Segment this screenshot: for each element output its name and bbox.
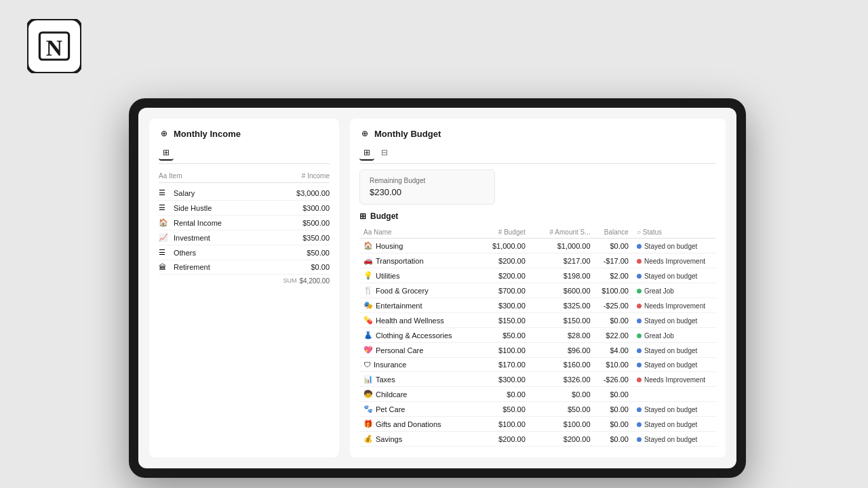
status-dot <box>637 319 642 323</box>
income-col-name: Aa Item <box>159 172 240 180</box>
budget-name-cell: 🎁 Gifts and Donations <box>363 420 460 428</box>
budget-row-budget: $0.00 <box>465 387 530 402</box>
budget-row-status: Needs Improvement <box>633 253 716 268</box>
budget-row-balance: $22.00 <box>595 328 633 343</box>
income-row-icon: 🏠 <box>159 218 171 227</box>
budget-row: 📈 Investment $200.00 $200.00 $0.00 Staye… <box>359 447 716 449</box>
status-text: Great Job <box>644 287 674 295</box>
budget-col-balance: Balance <box>595 226 633 239</box>
budget-row-balance: $0.00 <box>595 239 633 253</box>
income-row-value: $350.00 <box>282 234 330 242</box>
budget-row-name: 🎁 Gifts and Donations <box>359 417 465 432</box>
budget-name-cell: 👗 Clothing & Accessories <box>363 331 460 340</box>
budget-row-icon: 🧒 <box>363 390 373 399</box>
budget-section-icon: ⊞ <box>359 211 366 221</box>
income-sum-label: SUM <box>283 277 297 285</box>
budget-row: 🍴 Food & Grocery $700.00 $600.00 $100.00… <box>359 283 716 298</box>
budget-row-spent: $1,000.00 <box>530 239 595 253</box>
budget-row-budget: $150.00 <box>465 313 530 328</box>
budget-row-icon: 💡 <box>363 271 373 280</box>
budget-row-icon: 🎁 <box>363 420 373 428</box>
budget-row-status: Needs Improvement <box>633 372 716 387</box>
budget-name-cell: 🐾 Pet Care <box>363 405 460 413</box>
budget-row-status: Great Job <box>633 283 716 298</box>
budget-row-name: 🎭 Entertainment <box>359 298 465 313</box>
budget-name-cell: 🎭 Entertainment <box>363 301 460 310</box>
budget-row-status: Stayed on budget <box>633 402 716 417</box>
status-dot <box>637 378 642 382</box>
income-row-name: Others <box>174 249 282 257</box>
status-text: Stayed on budget <box>644 361 697 369</box>
budget-row-spent: $200.00 <box>530 447 595 449</box>
income-tab-bar: ⊞ <box>159 146 330 164</box>
status-dot <box>637 333 642 338</box>
budget-row: 🐾 Pet Care $50.00 $50.00 $0.00 Stayed on… <box>359 402 716 417</box>
income-row-value: $50.00 <box>282 249 330 257</box>
budget-row: 💰 Savings $200.00 $200.00 $0.00 Stayed o… <box>359 432 716 447</box>
budget-row-balance: -$17.00 <box>595 253 633 268</box>
budget-row-name: 📊 Taxes <box>359 372 465 387</box>
budget-row-balance: -$26.00 <box>595 372 633 387</box>
budget-row: 👗 Clothing & Accessories $50.00 $28.00 $… <box>359 328 716 343</box>
income-row: ☰ Side Hustle $300.00 <box>159 201 330 216</box>
status-text: Stayed on budget <box>644 272 697 280</box>
budget-row-status: Stayed on budget <box>633 358 716 372</box>
budget-row-icon: 💰 <box>363 434 373 443</box>
budget-table: Aa Name # Budget # Amount S... Balance ○… <box>359 226 716 448</box>
status-text: Needs Improvement <box>644 376 705 384</box>
status-dot <box>637 422 642 427</box>
budget-row: 💖 Personal Care $100.00 $96.00 $4.00 Sta… <box>359 343 716 358</box>
budget-row-budget: $200.00 <box>465 268 530 283</box>
budget-row-icon: 👗 <box>363 331 373 340</box>
budget-row-name: 💖 Personal Care <box>359 343 465 358</box>
budget-tab-grid[interactable]: ⊞ <box>359 146 374 161</box>
budget-row-icon: 🍴 <box>363 286 373 295</box>
income-row: ☰ Others $50.00 <box>159 245 330 260</box>
budget-panel-icon: ⊕ <box>359 128 370 139</box>
budget-row-name: 💡 Utilities <box>359 268 465 283</box>
status-dot <box>637 289 642 293</box>
income-row: 🏛 Retirement $0.00 <box>159 260 330 274</box>
status-dot <box>637 363 642 367</box>
budget-row-name: 🧒 Childcare <box>359 387 465 402</box>
budget-row-status: Great Job <box>633 328 716 343</box>
remaining-value: $230.00 <box>370 187 485 197</box>
budget-name-cell: 📊 Taxes <box>363 375 460 384</box>
remaining-label: Remaining Budget <box>370 177 485 184</box>
budget-row-balance: $10.00 <box>595 358 633 372</box>
budget-name-cell: 💊 Health and Wellness <box>363 316 460 325</box>
budget-row-icon: 💖 <box>363 346 373 354</box>
budget-col-status: ○ Status <box>633 226 716 239</box>
budget-row-name: 🛡 Insurance <box>359 358 465 372</box>
income-row-icon: 📈 <box>159 233 171 242</box>
budget-tab-gallery[interactable]: ⊟ <box>377 146 392 161</box>
budget-row-budget: $300.00 <box>465 372 530 387</box>
budget-row-spent: $0.00 <box>530 387 595 402</box>
budget-panel-header: ⊕ Monthly Budget <box>359 128 716 139</box>
budget-row-spent: $325.00 <box>530 298 595 313</box>
income-row-icon: 🏛 <box>159 263 171 271</box>
budget-row-icon: 🛡 <box>363 361 371 369</box>
budget-name-cell: 🚗 Transportation <box>363 256 460 265</box>
budget-row-status: Stayed on budget <box>633 432 716 447</box>
income-panel-icon: ⊕ <box>159 128 170 139</box>
budget-row-spent: $160.00 <box>530 358 595 372</box>
budget-row-spent: $50.00 <box>530 402 595 417</box>
income-row-value: $3,000.00 <box>282 189 330 197</box>
income-tab-grid[interactable]: ⊞ <box>159 146 174 161</box>
budget-row-icon: 🚗 <box>363 256 373 265</box>
status-text: Needs Improvement <box>644 302 705 310</box>
income-sum-row: SUM $4,200.00 <box>159 274 330 287</box>
budget-col-budget: # Budget <box>465 226 530 239</box>
budget-row-status: Stayed on budget <box>633 417 716 432</box>
budget-row: 💡 Utilities $200.00 $198.00 $2.00 Stayed… <box>359 268 716 283</box>
income-row-value: $300.00 <box>282 204 330 212</box>
budget-row-spent: $200.00 <box>530 432 595 447</box>
budget-row-icon: 🏠 <box>363 241 373 250</box>
budget-section-label: Budget <box>370 211 398 221</box>
budget-row-icon: 🎭 <box>363 301 373 310</box>
budget-row-balance: $100.00 <box>595 283 633 298</box>
income-row-name: Rental Income <box>174 219 282 227</box>
status-dot <box>637 407 642 412</box>
budget-row-icon: 💊 <box>363 316 373 325</box>
